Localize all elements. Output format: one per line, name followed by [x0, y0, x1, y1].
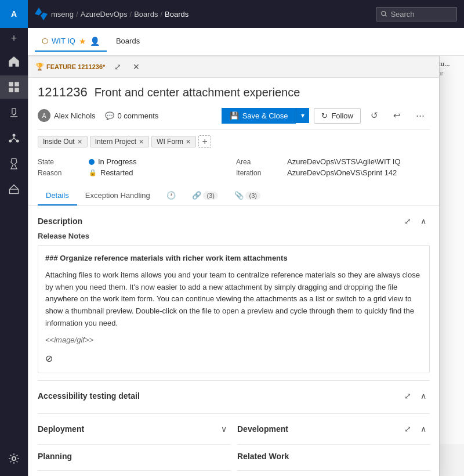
svg-rect-3 [14, 88, 19, 92]
description-collapse-btn[interactable]: ∧ [417, 215, 430, 227]
tab-details[interactable]: Details [38, 186, 77, 205]
svg-point-8 [12, 457, 16, 460]
tag-inside-out-close[interactable]: ✕ [77, 138, 82, 146]
sidebar-icon-boards[interactable] [0, 75, 28, 99]
cursor-indicator: ⊘ [45, 354, 53, 363]
tag-inside-out[interactable]: Inside Out ✕ [38, 136, 88, 147]
deployment-title: Deployment [38, 424, 84, 434]
sidebar-icon-pipelines[interactable] [0, 127, 28, 150]
description-section: Description ⤢ ∧ Release Notes ### Organi… [38, 215, 430, 381]
tag-wi-form-close[interactable]: ✕ [186, 138, 191, 146]
follow-label: Follow [331, 111, 353, 120]
search-box[interactable] [376, 7, 457, 21]
reason-value[interactable]: 🔒 Restarted [89, 168, 231, 177]
breadcrumb-azuredevops[interactable]: AzureDevOps [81, 10, 128, 19]
undo-button[interactable]: ↩ [388, 107, 406, 124]
release-notes-heading: ### Organize reference materials with ri… [45, 253, 422, 265]
tabbar: ⬡ WIT IQ ★ 👤 Boards [28, 28, 464, 56]
sidebar-icon-repos[interactable] [0, 101, 28, 124]
tag-intern-project-label: Intern Project [95, 138, 136, 146]
refresh-button[interactable]: ↺ [365, 107, 383, 124]
expand-button[interactable]: ⤢ [110, 60, 126, 74]
comment-icon: 💬 [105, 111, 114, 120]
breadcrumb: mseng / AzureDevOps / Boards / Boards [51, 10, 376, 19]
reason-text: Restarted [100, 168, 133, 177]
related-work-section: Related Work [237, 452, 430, 471]
save-dropdown-button[interactable]: ▾ [296, 108, 309, 123]
sidebar: A + [0, 0, 28, 476]
deployment-section: Deployment ∨ [38, 423, 230, 445]
sidebar-icon-settings[interactable] [0, 447, 28, 470]
trophy-icon: 🏆 [35, 63, 44, 71]
dialog-title-actions: ⤢ ✕ [110, 60, 144, 74]
iteration-value[interactable]: AzureDevOps\OneVS\Sprint 142 [287, 168, 430, 177]
sidebar-icon-home[interactable] [0, 50, 28, 73]
description-actions: ⤢ ∧ [401, 215, 430, 227]
tab-links[interactable]: 🔗 (3) [184, 186, 226, 205]
tab-history[interactable]: 🕐 [158, 186, 184, 205]
development-collapse-btn[interactable]: ∧ [417, 423, 430, 435]
user-info[interactable]: A Alex Nichols [38, 109, 96, 122]
accessibility-collapse-btn[interactable]: ∧ [417, 390, 430, 402]
release-notes-box[interactable]: ### Organize reference materials with ri… [38, 245, 430, 373]
area-label: Area [236, 158, 282, 166]
attachments-count: (3) [245, 192, 260, 200]
development-section: Development ⤢ ∧ [237, 423, 430, 445]
work-item-dialog: 🏆 FEATURE 1211236* ⤢ ✕ 1211236 Front and… [28, 56, 440, 476]
area-value[interactable]: AzureDevOps\VSTS\Agile\WIT IQ [287, 157, 430, 166]
user-avatar: A [38, 109, 50, 122]
breadcrumb-mseng[interactable]: mseng [51, 10, 74, 19]
user-name: Alex Nichols [54, 111, 96, 120]
save-close-label: Save & Close [242, 111, 288, 120]
dialog-titlebar: 🏆 FEATURE 1211236* ⤢ ✕ [28, 56, 439, 78]
history-icon: 🕐 [166, 191, 176, 200]
more-options-button[interactable]: ⋯ [411, 107, 430, 124]
breadcrumb-boards2[interactable]: Boards [165, 10, 188, 19]
tab-exception-handling[interactable]: Exception Handling [77, 186, 158, 205]
accessibility-header: Accessibility testing detail ⤢ ∧ [38, 390, 430, 402]
svg-point-9 [382, 12, 386, 16]
tab-boards[interactable]: Boards [109, 32, 147, 51]
search-input[interactable] [390, 10, 452, 19]
release-notes-body: Attaching files to work items allows you… [45, 269, 422, 330]
accessibility-section: Accessibility testing detail ⤢ ∧ [38, 390, 430, 414]
tag-wi-form[interactable]: WI Form ✕ [151, 136, 196, 147]
tab-witiq[interactable]: ⬡ WIT IQ ★ 👤 [35, 32, 107, 52]
tab-attachments[interactable]: 📎 (3) [226, 186, 269, 205]
state-dot [89, 159, 95, 165]
follow-icon: ↻ [321, 111, 328, 120]
tab-person-icon[interactable]: 👤 [90, 37, 100, 46]
accessibility-expand-btn[interactable]: ⤢ [401, 390, 415, 402]
planning-section: Planning [38, 452, 230, 471]
sidebar-icon-artifacts[interactable] [0, 178, 28, 201]
sidebar-icon-test[interactable] [0, 152, 28, 175]
work-item-title[interactable]: Front and center attachment experience [95, 86, 300, 99]
app-logo[interactable] [35, 8, 48, 20]
planning-title: Planning [38, 452, 72, 461]
dialog-content[interactable]: Description ⤢ ∧ Release Notes ### Organi… [28, 206, 439, 476]
tag-intern-project-close[interactable]: ✕ [139, 138, 144, 146]
deployment-collapse-btn[interactable]: ∨ [217, 423, 230, 435]
tag-wi-form-label: WI Form [157, 138, 183, 146]
avatar[interactable]: A [0, 0, 28, 28]
feature-badge: 🏆 FEATURE 1211236* [35, 63, 105, 71]
feature-badge-text: FEATURE 1211236* [46, 63, 105, 70]
state-value[interactable]: In Progress [89, 157, 231, 166]
development-expand-btn[interactable]: ⤢ [401, 423, 415, 435]
save-close-button[interactable]: 💾 Save & Close [222, 108, 296, 124]
planning-header: Planning [38, 452, 230, 461]
tag-intern-project[interactable]: Intern Project ✕ [90, 136, 149, 147]
close-button[interactable]: ✕ [128, 60, 144, 74]
comment-count-text: 0 comments [118, 111, 159, 120]
breadcrumb-boards1[interactable]: Boards [134, 10, 158, 19]
state-text: In Progress [98, 157, 136, 166]
save-icon: 💾 [230, 111, 239, 120]
follow-button[interactable]: ↻ Follow [314, 108, 361, 124]
tag-add-button[interactable]: + [198, 135, 211, 148]
tab-star-icon[interactable]: ★ [79, 37, 86, 46]
release-notes-code: <<image/gif>> [45, 334, 422, 347]
add-button[interactable]: + [0, 28, 28, 49]
tab-witiq-label: WIT IQ [52, 37, 75, 45]
comment-count[interactable]: 💬 0 comments [100, 111, 164, 120]
description-expand-btn[interactable]: ⤢ [401, 215, 415, 227]
